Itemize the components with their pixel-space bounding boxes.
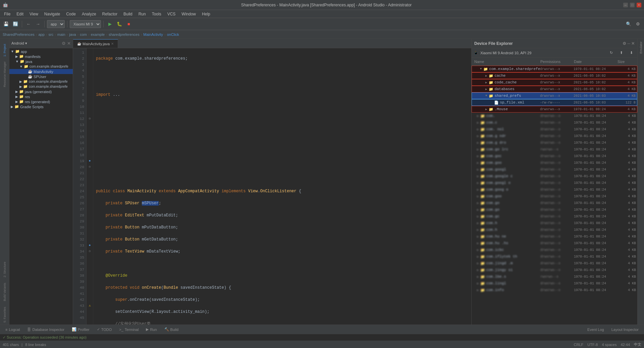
bottom-tab-layout-inspector[interactable]: Layout Inspector (608, 327, 642, 332)
toolbar-back[interactable]: ← (24, 20, 33, 28)
dfe-row-blurred-4[interactable]: ▶ 📁 com.g ndr drwxrwx--x 1970-01-01 08:2… (472, 133, 637, 139)
dfe-row-blurred-12[interactable]: ▶ 📁 com.goog o drwxrwx--x 1970-01-01 08:… (472, 186, 637, 193)
minimize-button[interactable]: ─ (623, 3, 628, 7)
toolbar-sync[interactable]: 🔄 (11, 20, 19, 28)
sidebar-buildvariants-icon[interactable]: Build Variants (1, 280, 9, 304)
menu-navigate[interactable]: Navigate (42, 11, 63, 17)
menu-run[interactable]: Run (136, 11, 149, 17)
dfe-row-blurred-14[interactable]: ▶ 📁 com.go drwxrwx--x 1970-01-01 08:24 4… (472, 200, 637, 206)
menu-refactor[interactable]: Refactor (100, 11, 120, 17)
tab-mainactivity-close[interactable]: ✕ (111, 42, 114, 46)
toolbar-debug[interactable]: 🐛 (115, 20, 123, 28)
dfe-row-blurred-22[interactable]: ▶ 📁 com.iflytek th drwxrwx--x 1970-01-01… (472, 253, 637, 260)
menu-edit[interactable]: Edit (14, 11, 26, 17)
code-content[interactable]: package com.example.sharedpreferences; i… (93, 48, 471, 325)
tree-item-manifests[interactable]: ▶ 📁 manifests (9, 54, 73, 59)
dfe-row-databases[interactable]: ▶ 📁 databases drwxrwx--x 2021-06-05 10:0… (472, 86, 637, 92)
menu-file[interactable]: File (1, 11, 13, 17)
dfe-row-blurred-8[interactable]: ▶ 📁 com.goo drwxrwx--x 1970-01-01 08:24 … (472, 159, 637, 166)
tree-item-pkg2[interactable]: ▶ 📁 com.example.sharedprefe (9, 79, 73, 84)
dfe-row-blurred-13[interactable]: ▶ 📁 com.goo drwxrwx--x 1970-01-01 08:24 … (472, 193, 637, 200)
close-button[interactable]: ✕ (637, 3, 641, 7)
dfe-row-blurred-3[interactable]: ▶ 📁 com. nol drwxrwx--x 1970-01-01 08:24… (472, 126, 637, 133)
menu-vcs[interactable]: VCS (165, 11, 178, 17)
dfe-row-blurred-5[interactable]: ▶ 📁 com.g dro drwxrwx--x 1970-01-01 08:2… (472, 139, 637, 146)
app-selector[interactable]: app (47, 20, 65, 28)
bottom-tab-build[interactable]: 🔨 Build (161, 327, 182, 332)
dfe-download-btn[interactable]: ⬇ (627, 49, 635, 57)
right-tab-emulator[interactable]: Emulator (639, 39, 643, 56)
project-header-icons[interactable]: ⚙ ✕ (62, 41, 71, 46)
dfe-row-blurred-25[interactable]: ▶ 📁 com.lbe.s rwxrwx--x 1970-01-01 08:24… (472, 273, 637, 280)
sidebar-project-icon[interactable]: 1: Project (1, 40, 9, 60)
menu-analyze[interactable]: Analyze (79, 11, 99, 17)
menu-tools[interactable]: Tools (149, 11, 164, 17)
tree-item-mainactivity[interactable]: ▶ ☕ MainActivity (9, 69, 73, 74)
dfe-header-icons[interactable]: ⚙ ─ ✕ (623, 41, 635, 46)
tree-item-java[interactable]: ▼ 📁 java (9, 59, 73, 64)
toolbar-run[interactable]: ▶ (106, 20, 114, 28)
dfe-row-blurred-26[interactable]: ▶ 📁 com.lingl drwxrwx--x 1970-01-01 08:2… (472, 280, 637, 287)
dfe-row-blurred-2[interactable]: ▶ 📁 com.c drwxrwx--x 1970-01-01 08:24 4 … (472, 119, 637, 126)
tree-item-spuser[interactable]: ▶ ☕ SPUser (9, 74, 73, 79)
sidebar-structure-icon[interactable]: 2: Structure (1, 260, 9, 280)
dfe-row-com-example[interactable]: ▼ 📁 com.example.sharedpreferences drwxrw… (472, 66, 637, 72)
dfe-row-blurred-11[interactable]: ▶ 📁 com.googl o drwxrwx--x 1970-01-01 08… (472, 180, 637, 186)
dfe-row-blurred-10[interactable]: ▶ 📁 com.google c drwxrwx--x 1970-01-01 0… (472, 173, 637, 180)
dfe-row-blurred-24[interactable]: ▶ 📁 com.jingy s1 drwxrwx--x 1970-01-01 0… (472, 267, 637, 273)
sidebar-favorites-icon[interactable]: 5: Favorites (1, 304, 9, 325)
menu-view[interactable]: View (27, 11, 41, 17)
toolbar-stop[interactable]: ■ (125, 20, 133, 28)
dfe-row-mouse[interactable]: ▶ 📁 .Mouse drwxrwx--x 1970-01-01 08:24 4… (472, 106, 637, 113)
breadcrumb-app[interactable]: app (38, 32, 44, 37)
bottom-tab-profiler[interactable]: 📊 Profiler (68, 327, 93, 332)
status-encoding[interactable]: UTF-8 (587, 343, 598, 347)
dfe-row-sp-file[interactable]: ▶ 📄 sp_file.xml -rw-rw---- 2021-06-05 10… (472, 99, 637, 106)
dfe-row-blurred-21[interactable]: ▶ 📁 com.icbc drwxrwx--x 1970-01-01 08:24… (472, 247, 637, 253)
menu-help[interactable]: Help (199, 11, 213, 17)
tree-item-app[interactable]: ▼ 📁 app (9, 49, 73, 54)
bottom-tab-logcat[interactable]: ≡ Logcat (2, 327, 23, 332)
maximize-button[interactable]: □ (630, 3, 635, 7)
breadcrumb-example[interactable]: example (91, 32, 105, 37)
bottom-tab-run[interactable]: ▶ Run (143, 327, 160, 332)
window-controls[interactable]: ─ □ ✕ (623, 3, 641, 7)
dfe-refresh-btn[interactable]: ↻ (607, 49, 615, 57)
dfe-row-shared-prefs[interactable]: ▼ 📁 shared_prefs drwxrwx--x 2021-06-05 1… (472, 92, 637, 99)
dfe-row-blurred-16[interactable]: ▶ 📁 com.gc drwxrwx--x 1970-01-01 08:24 4… (472, 213, 637, 220)
dfe-row-blurred-9[interactable]: ▶ 📁 com.googl drwxrwx--x 1970-01-01 08:2… (472, 166, 637, 173)
toolbar-search[interactable]: 🔍 (625, 20, 633, 28)
device-selector[interactable]: Xiaomi MI 9 (70, 20, 101, 28)
tree-item-resgenerated[interactable]: ▶ 📁 res (generated) (9, 99, 73, 104)
dfe-row-blurred-1[interactable]: ▶ 📁 com. drwxrwx--x 1970-01-01 08:24 4 K… (472, 113, 637, 119)
breadcrumb-src[interactable]: src (48, 32, 53, 37)
dfe-row-blurred-18[interactable]: ▶ 📁 com.h drwxrwx--x 1970-01-01 08:24 4 … (472, 226, 637, 233)
dfe-row-blurred-19[interactable]: ▶ 📁 com.hu ne drwxrwx--x 1970-01-01 08:2… (472, 233, 637, 240)
breadcrumb-sharedprefs[interactable]: SharedPreferences (3, 32, 35, 37)
code-editor[interactable]: 12345 678910 1112131415 1617181920 21222… (73, 48, 471, 325)
breadcrumb-java[interactable]: java (69, 32, 76, 37)
menu-build[interactable]: Build (121, 11, 135, 17)
tab-mainactivity[interactable]: ☕ MainActivity.java ✕ (73, 39, 118, 48)
status-indent[interactable]: 4 spaces (602, 343, 616, 347)
breadcrumb-sharedpreferences[interactable]: sharedpreferences (109, 32, 140, 37)
dfe-row-code-cache[interactable]: ▶ 📁 code_cache drwxrws--x 2021-06-05 10:… (472, 79, 637, 86)
dfe-row-blurred-23[interactable]: ▶ 📁 com.jingd .m drwxrwx--x 1970-01-01 0… (472, 260, 637, 267)
status-crlf[interactable]: CRLF (574, 343, 584, 347)
tree-item-pkg1[interactable]: ▼ 📁 com.example.sharedprefe (9, 64, 73, 69)
dfe-upload-btn[interactable]: ⬆ (617, 49, 625, 57)
bottom-tab-event-log[interactable]: Event Log (584, 327, 607, 332)
bottom-tab-terminal[interactable]: >_ Terminal (116, 327, 142, 332)
toolbar-forward[interactable]: → (34, 20, 42, 28)
breadcrumb-mainactivity[interactable]: MainActivity (143, 32, 163, 37)
dfe-row-blurred-7[interactable]: ▶ 📁 com.goc drwxrwx--x 1970-01-01 08:24 … (472, 153, 637, 159)
dfe-row-blurred-15[interactable]: ▶ 📁 com.go drwxrwx--x 1970-01-01 08:24 4… (472, 206, 637, 213)
tree-item-pkg3[interactable]: ▶ 📁 com.example.sharedprefe (9, 84, 73, 89)
tree-item-gradle[interactable]: ▶ 📁 Gradle Scripts (9, 104, 73, 109)
breadcrumb-com[interactable]: com (80, 32, 87, 37)
menu-window[interactable]: Window (179, 11, 199, 17)
dfe-row-blurred-20[interactable]: ▶ 📁 com.hu .hs drwxrwx--x 1970-01-01 08:… (472, 240, 637, 247)
dfe-row-blurred-17[interactable]: ▶ 📁 com.h drwxrwx--x 1970-01-01 08:24 4 … (472, 220, 637, 226)
dfe-row-cache[interactable]: ▶ 📁 cache drwxrws--x 2021-06-05 10:02 4 … (472, 72, 637, 79)
dfe-row-blurred-27[interactable]: ▶ 📁 com.info drwxrwx--x 1970-01-01 08:24… (472, 287, 637, 293)
